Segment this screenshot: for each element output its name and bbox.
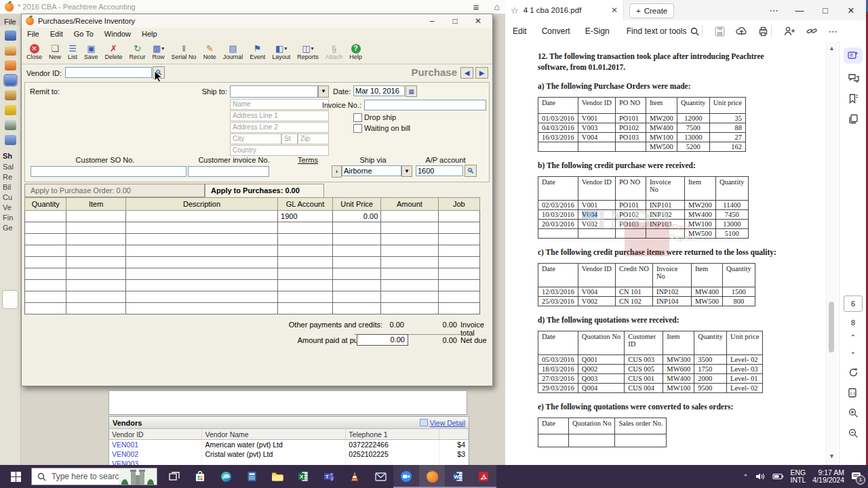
table-row[interactable] (25, 303, 480, 314)
sidebar-shortcut[interactable]: Cu (3, 193, 20, 201)
customer-invoice-input[interactable] (188, 166, 269, 177)
taskbar-calculator-icon[interactable] (239, 465, 264, 488)
invoice-no-input[interactable] (364, 100, 486, 110)
task-view-button[interactable] (161, 465, 187, 488)
pdf-scrollbar[interactable]: ▲ ▼ (826, 42, 837, 465)
table-row[interactable] (25, 268, 480, 280)
customer-so-input[interactable] (31, 166, 186, 177)
waiting-on-bill-checkbox[interactable] (353, 124, 362, 133)
chevron-down-icon[interactable]: ▼ (318, 85, 329, 98)
toolbar-list-button[interactable]: ☰List (64, 41, 81, 64)
toolbar-event-button[interactable]: ⚑Event (246, 41, 269, 64)
clock[interactable]: 9:17 AM4/19/2024 (812, 469, 844, 484)
next-record-button[interactable]: ▶ (475, 67, 488, 79)
language-indicator[interactable]: ENGINTL (791, 469, 806, 484)
comments-icon[interactable] (840, 68, 867, 88)
maximize-icon[interactable]: □ (812, 5, 838, 16)
zoom-out-icon[interactable] (840, 423, 867, 443)
rotate-page-icon[interactable] (840, 362, 867, 382)
menu-esign[interactable]: E-Sign (578, 26, 617, 36)
purchases-titlebar[interactable]: Purchases/Receive Inventory – □ ✕ (22, 14, 492, 28)
taskbar-store-icon[interactable] (187, 465, 213, 488)
view-detail-link[interactable]: View Detail (420, 419, 465, 427)
sidebar-shortcut[interactable]: Ve (3, 203, 20, 211)
table-row[interactable] (25, 222, 480, 234)
table-row[interactable] (25, 245, 480, 257)
terms-expand-icon[interactable]: › (332, 165, 342, 178)
nav-banking-icon[interactable] (5, 120, 16, 130)
taskbar-excel-icon[interactable]: X (290, 465, 316, 488)
minimize-icon[interactable]: — (787, 5, 812, 16)
taskbar-acrobat-icon[interactable] (471, 465, 496, 488)
volume-icon[interactable] (755, 472, 766, 481)
taskbar-zoom-icon[interactable] (393, 465, 419, 488)
toolbar-save-button[interactable]: ▣Save (81, 41, 102, 64)
notification-center-icon[interactable]: 1 (851, 472, 861, 481)
taskbar-word-icon[interactable]: W (445, 465, 471, 488)
link-icon[interactable] (806, 26, 817, 36)
toolbar-recur-button[interactable]: ↻Recur (126, 41, 149, 64)
menu-edit[interactable]: Edit (45, 30, 68, 38)
table-row[interactable] (25, 280, 480, 291)
find-text-button[interactable]: Find text or tools (627, 26, 700, 36)
ship-zip-field[interactable]: Zip (298, 134, 329, 144)
taskbar-vlc-icon[interactable] (342, 465, 368, 488)
taskbar-edge-icon[interactable] (213, 465, 239, 488)
table-row[interactable] (25, 234, 480, 245)
menu-window[interactable]: Window (99, 30, 136, 38)
toolbar-new-button[interactable]: ❏New (45, 41, 64, 64)
close-tab-icon[interactable]: ✕ (611, 5, 618, 15)
previous-page-icon[interactable]: ⌃ (840, 333, 867, 341)
calendar-icon[interactable]: ▦ (406, 85, 417, 97)
taskbar-teams-icon[interactable]: T (316, 465, 342, 488)
nav-system-icon[interactable] (5, 135, 16, 145)
toolbar-delete-button[interactable]: ✗Delete (102, 41, 126, 64)
toolbar-serial-no-button[interactable]: ‖Serial No (168, 41, 200, 64)
next-page-icon[interactable]: ⌄ (840, 348, 867, 355)
pdf-content[interactable]: 12. The following transaction took place… (505, 42, 826, 465)
chevron-down-icon[interactable]: ▼ (401, 165, 412, 177)
ship-address2-field[interactable]: Address Line 2 (230, 122, 329, 133)
maximize-icon[interactable]: □ (443, 14, 467, 28)
ship-address1-field[interactable]: Address Line 1 (230, 110, 329, 121)
page-thumbnails-icon[interactable] (840, 108, 867, 129)
taskbar-mail-icon[interactable] (368, 465, 393, 488)
table-row[interactable] (25, 291, 480, 303)
sidebar-shortcut[interactable]: Re (3, 173, 20, 181)
minimize-icon[interactable]: – (420, 14, 443, 28)
battery-icon[interactable] (772, 473, 784, 480)
date-input[interactable]: Mar 10, 2016 (353, 85, 405, 96)
taskbar-peachtree-icon[interactable] (419, 465, 445, 488)
toolbar-reports-button[interactable]: ◫▾Reports (294, 41, 322, 64)
ship-via-select[interactable]: Airborne (342, 165, 401, 176)
amount-paid-input[interactable]: 0.00 (357, 334, 408, 346)
ap-account-input[interactable]: 1600 (416, 165, 463, 176)
more-tools-icon[interactable]: ⋯ (828, 26, 837, 37)
toolbar-close-button[interactable]: ✕Close (23, 41, 45, 64)
nav-chart-icon[interactable] (5, 45, 16, 56)
previous-record-button[interactable]: ◀ (460, 67, 473, 79)
toolbar-layout-button[interactable]: ◧▾Layout (269, 41, 294, 64)
peachtree-file-menu[interactable]: File (4, 18, 16, 26)
nav-payroll-icon[interactable] (5, 105, 16, 115)
toolbar-journal-button[interactable]: ▤Journal (220, 41, 247, 64)
table-row[interactable]: VEN001American water (pvt) Ltd0372222466… (109, 440, 469, 450)
ship-state-field[interactable]: St (281, 134, 298, 144)
save-icon[interactable] (715, 26, 725, 37)
ship-city-field[interactable]: City (230, 134, 281, 144)
close-icon[interactable]: ✕ (838, 5, 864, 16)
sidebar-shortcut[interactable]: Ge (3, 224, 20, 232)
toolbar-note-button[interactable]: ✎Note (200, 41, 220, 64)
menu-file[interactable]: File (22, 30, 45, 38)
share-upload-icon[interactable] (736, 26, 747, 36)
menu-convert[interactable]: Convert (534, 26, 578, 36)
sidebar-button[interactable] (2, 290, 18, 309)
hamburger-icon[interactable]: ≡ (473, 2, 479, 12)
print-icon[interactable] (758, 26, 768, 37)
sidebar-shortcut[interactable]: Fin (3, 214, 20, 222)
drop-ship-checkbox[interactable] (353, 113, 362, 122)
sidebar-shortcut[interactable]: Bil (3, 183, 20, 191)
actual-size-icon[interactable]: 1:1 (840, 382, 867, 403)
create-button[interactable]: + Create (629, 3, 674, 18)
close-icon[interactable]: ✕ (467, 14, 490, 28)
